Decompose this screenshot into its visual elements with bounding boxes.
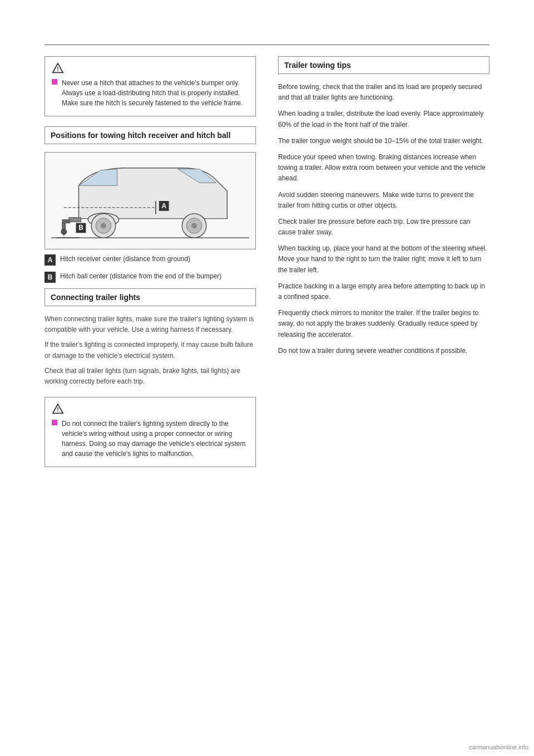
svg-point-9 <box>191 223 197 229</box>
svg-text:!: ! <box>57 407 58 413</box>
label-row-b: B Hitch ball center (distance from the e… <box>44 271 256 283</box>
svg-rect-11 <box>62 220 70 223</box>
svg-rect-10 <box>69 218 81 222</box>
warning-bullet-1: Never use a hitch that attaches to the v… <box>52 78 249 108</box>
label-row-a: A Hitch receiver center (distance from g… <box>44 254 256 266</box>
top-divider <box>44 45 490 45</box>
tips-text-2: When loading a trailer, distribute the l… <box>278 109 490 130</box>
label-text-b: Hitch ball center (distance from the end… <box>60 271 221 281</box>
tips-text-5: Avoid sudden steering maneuvers. Make wi… <box>278 190 490 211</box>
content-area: ! Never use a hitch that attaches to the… <box>0 56 534 477</box>
connecting-text-3: Check that all trailer lights (turn sign… <box>44 366 256 387</box>
tips-text-1: Before towing, check that the trailer an… <box>278 82 490 103</box>
tips-text-3: The trailer tongue weight should be 10–1… <box>278 136 490 146</box>
connecting-text-1: When connecting trailer lights, make sur… <box>44 314 256 335</box>
tips-text-8: Practice backing in a large empty area b… <box>278 281 490 302</box>
warning-text-1: Never use a hitch that attaches to the v… <box>62 78 249 108</box>
warning-box-2: ! Do not connect the trailer's lighting … <box>44 397 256 467</box>
tips-text-7: When backing up, place your hand at the … <box>278 243 490 276</box>
label-text-a: Hitch receiver center (distance from gro… <box>60 254 190 264</box>
svg-text:!: ! <box>57 66 58 72</box>
positions-heading: Positions for towing hitch receiver and … <box>44 126 256 144</box>
warning-square-icon-1 <box>52 79 57 85</box>
warning-text-2: Do not connect the trailer's lighting sy… <box>62 419 249 459</box>
connecting-text-2: If the trailer's lighting is connected i… <box>44 340 256 361</box>
tips-text-10: Do not tow a trailer during severe weath… <box>278 346 490 356</box>
warning-header-1: ! <box>52 62 249 75</box>
warning-triangle-icon-1: ! <box>52 62 64 75</box>
tips-text-4: Reduce your speed when towing. Braking d… <box>278 152 490 184</box>
warning-triangle-icon-2: ! <box>52 403 64 415</box>
warning-box-1: ! Never use a hitch that attaches to the… <box>44 56 256 116</box>
trailer-tips-heading: Trailer towing tips <box>278 56 490 74</box>
hitch-diagram-svg: B A <box>45 153 255 249</box>
label-badge-a: A <box>44 254 56 266</box>
connecting-lights-heading: Connecting trailer lights <box>44 288 256 306</box>
svg-text:B: B <box>78 224 83 232</box>
svg-point-6 <box>101 223 106 229</box>
svg-text:A: A <box>161 202 166 210</box>
warning-bullet-2: Do not connect the trailer's lighting sy… <box>52 419 249 459</box>
right-column: Trailer towing tips Before towing, check… <box>267 56 490 477</box>
warning-square-icon-2 <box>52 420 57 425</box>
warning-header-2: ! <box>52 403 249 415</box>
watermark: carmanualsonline.info <box>469 744 528 750</box>
page: ! Never use a hitch that attaches to the… <box>0 0 534 756</box>
tips-text-9: Frequently check mirrors to monitor the … <box>278 308 490 340</box>
tips-text-6: Check trailer tire pressure before each … <box>278 217 490 238</box>
left-column: ! Never use a hitch that attaches to the… <box>44 56 267 477</box>
hitch-diagram: B A <box>44 152 256 249</box>
label-badge-b: B <box>44 272 56 283</box>
